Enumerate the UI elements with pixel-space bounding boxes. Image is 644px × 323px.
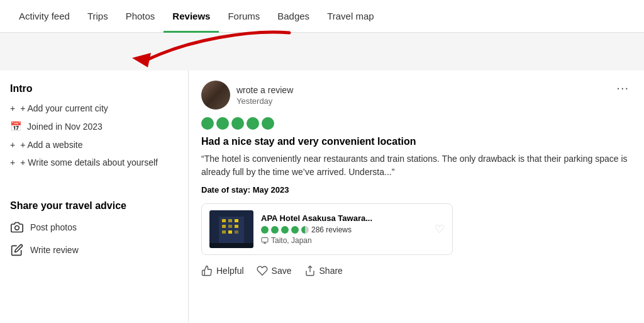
- helpful-icon: [201, 265, 213, 276]
- save-button[interactable]: Save: [257, 265, 292, 276]
- content-area: wrote a review Yesterday ··· Had a nice …: [189, 71, 644, 322]
- hotel-location-text: Taito, Japan: [271, 236, 312, 245]
- post-photos-action[interactable]: Post photos: [10, 220, 175, 234]
- share-label: Share: [319, 266, 343, 276]
- hotel-name: APA Hotel Asakusa Tawara...: [261, 213, 427, 223]
- helpful-button[interactable]: Helpful: [201, 265, 244, 276]
- rating-dot-2: [216, 117, 229, 130]
- nav-badges[interactable]: Badges: [269, 0, 318, 33]
- heart-icon: [257, 265, 268, 276]
- rating-dot-3: [231, 117, 244, 130]
- svg-rect-13: [209, 243, 253, 248]
- svg-rect-8: [228, 225, 232, 228]
- hotel-card[interactable]: APA Hotel Asakusa Tawara... 286 reviews: [201, 203, 453, 255]
- write-icon: [10, 243, 24, 257]
- advice-title: Share your travel advice: [10, 200, 175, 212]
- review-body: “The hotel is conveniently near restaura…: [201, 152, 631, 179]
- nav-forums[interactable]: Forums: [219, 0, 269, 33]
- actions-row: Helpful Save Share: [201, 265, 631, 276]
- review-title: Had a nice stay and very convenient loca…: [201, 136, 631, 147]
- user-info: wrote a review Yesterday: [236, 85, 293, 106]
- svg-rect-6: [235, 219, 238, 222]
- rating-dot-1: [201, 117, 214, 130]
- nav-travel-map[interactable]: Travel map: [318, 0, 382, 33]
- svg-rect-14: [262, 238, 268, 242]
- rating-dot-5: [262, 117, 274, 130]
- svg-rect-12: [235, 230, 238, 234]
- sidebar: Intro + + Add your current city 📅 Joined…: [0, 71, 189, 322]
- add-city-plus-icon: +: [10, 103, 15, 113]
- svg-point-1: [15, 226, 19, 230]
- add-city-label: + Add your current city: [20, 103, 108, 113]
- hotel-info: APA Hotel Asakusa Tawara... 286 reviews: [261, 213, 427, 245]
- hotel-rating-dot-2: [271, 226, 279, 234]
- svg-rect-9: [235, 225, 238, 228]
- svg-rect-4: [222, 219, 226, 222]
- hotel-rating: 286 reviews: [261, 225, 427, 234]
- hotel-rating-dot-4: [291, 226, 299, 234]
- avatar: [201, 81, 230, 110]
- svg-rect-11: [228, 230, 232, 234]
- wrote-review-text: wrote a review: [236, 85, 293, 95]
- share-button[interactable]: Share: [304, 265, 343, 276]
- review-time: Yesterday: [236, 96, 293, 106]
- add-website-plus-icon: +: [10, 140, 15, 150]
- calendar-icon: 📅: [10, 121, 22, 132]
- save-label: Save: [272, 266, 292, 276]
- camera-icon: [10, 220, 24, 234]
- write-review-label: Write review: [30, 245, 79, 255]
- joined-item: 📅 Joined in Nov 2023: [10, 121, 175, 132]
- more-options-button[interactable]: ···: [614, 81, 631, 95]
- save-hotel-button[interactable]: ♡: [435, 222, 445, 236]
- hotel-image: [209, 210, 253, 248]
- add-details-item[interactable]: + + Write some details about yourself: [10, 157, 175, 167]
- rating-dot-4: [247, 117, 259, 130]
- svg-marker-0: [132, 53, 151, 67]
- add-website-item[interactable]: + + Add a website: [10, 140, 175, 150]
- post-photos-label: Post photos: [30, 222, 77, 232]
- add-details-plus-icon: +: [10, 157, 15, 167]
- svg-rect-5: [228, 219, 232, 222]
- svg-rect-10: [222, 230, 226, 234]
- date-of-stay: Date of stay: May 2023: [201, 185, 631, 195]
- review-header: wrote a review Yesterday ···: [201, 81, 631, 110]
- travel-advice-section: Share your travel advice Post photos: [10, 200, 175, 257]
- hotel-rating-dot-3: [281, 226, 289, 234]
- nav-activity-feed[interactable]: Activity feed: [10, 0, 79, 33]
- nav-trips[interactable]: Trips: [79, 0, 117, 33]
- sidebar-divider: [10, 175, 175, 190]
- arrow-annotation: [126, 26, 302, 77]
- share-icon: [304, 265, 316, 276]
- annotation-area: [0, 33, 644, 71]
- svg-rect-7: [222, 225, 226, 228]
- hotel-rating-dot-5-half: [301, 226, 309, 234]
- helpful-label: Helpful: [216, 266, 244, 276]
- rating-dots: [201, 117, 631, 130]
- hotel-rating-dot-1: [261, 226, 269, 234]
- hotel-location: Taito, Japan: [261, 236, 427, 245]
- main-layout: Intro + + Add your current city 📅 Joined…: [0, 71, 644, 322]
- write-review-action[interactable]: Write review: [10, 243, 175, 257]
- hotel-reviews-count: 286 reviews: [311, 225, 352, 234]
- joined-label: Joined in Nov 2023: [27, 122, 103, 132]
- nav-photos[interactable]: Photos: [117, 0, 164, 33]
- intro-title: Intro: [10, 83, 175, 94]
- review-user: wrote a review Yesterday: [201, 81, 293, 110]
- add-website-label: + Add a website: [20, 140, 82, 150]
- nav-reviews[interactable]: Reviews: [164, 0, 219, 33]
- add-city-item[interactable]: + + Add your current city: [10, 103, 175, 113]
- add-details-label: + Write some details about yourself: [20, 157, 158, 167]
- nav-bar: Activity feed Trips Photos Reviews Forum…: [0, 0, 644, 33]
